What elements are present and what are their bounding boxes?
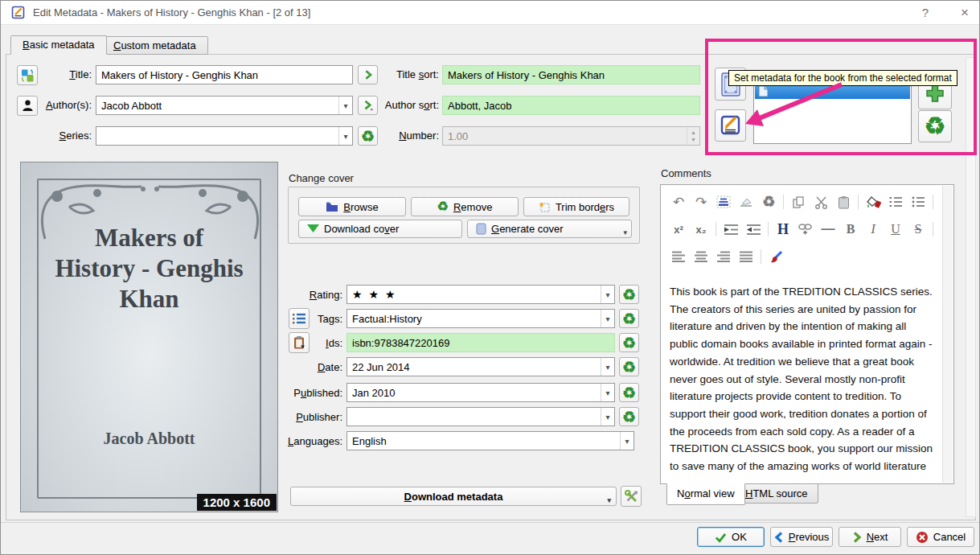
author-sort-input[interactable]: Abbott, Jacob: [442, 96, 700, 115]
select-all-icon[interactable]: [714, 193, 733, 211]
tab-custom-metadata[interactable]: Custom metadata: [101, 36, 208, 55]
tab-basic-metadata[interactable]: Basic metadata: [10, 35, 107, 55]
divider: [1, 522, 980, 523]
metadata-download-config-button[interactable]: [621, 486, 642, 507]
date-clear-button[interactable]: ♻: [619, 357, 639, 376]
published-clear-button[interactable]: ♻: [619, 383, 639, 402]
horizontal-rule-icon[interactable]: —: [818, 220, 838, 238]
close-button[interactable]: ×: [953, 4, 977, 22]
published-combo[interactable]: Jan 2010 ▾: [346, 383, 615, 402]
next-button[interactable]: Next: [839, 527, 901, 547]
download-metadata-button[interactable]: Download metadata ▾: [290, 487, 617, 506]
align-center-icon[interactable]: [691, 248, 711, 265]
published-label: Published:: [274, 387, 342, 399]
bold-icon[interactable]: B: [841, 220, 860, 238]
download-cover-button[interactable]: Download cover: [298, 220, 462, 238]
tags-label: Tags:: [311, 313, 342, 325]
unordered-list-icon[interactable]: [908, 193, 928, 211]
series-label: Series:: [33, 130, 92, 142]
align-justify-icon[interactable]: [736, 248, 756, 265]
title-sort-value: Makers of History - Genghis Khan: [448, 69, 605, 81]
indent-more-icon[interactable]: [721, 220, 740, 238]
rating-clear-button[interactable]: ♻: [619, 285, 639, 304]
redo-icon[interactable]: ↷: [691, 193, 711, 211]
chevron-down-icon: ▾: [338, 127, 352, 145]
title-sort-input[interactable]: Makers of History - Genghis Khan: [442, 65, 700, 84]
publisher-combo[interactable]: ▾: [346, 407, 615, 426]
rating-value: ★ ★ ★: [347, 288, 601, 301]
recycle-icon[interactable]: ♻: [759, 193, 778, 211]
tags-clear-button[interactable]: ♻: [619, 309, 639, 328]
comments-editor: ↶ ↷ ♻: [660, 184, 954, 484]
generated-cover-icon: [476, 223, 486, 235]
ordered-list-icon[interactable]: [886, 193, 905, 211]
italic-icon[interactable]: I: [863, 220, 883, 238]
generate-cover-button[interactable]: Generate cover ▾: [467, 220, 632, 238]
ok-button[interactable]: OK: [697, 527, 765, 547]
chevron-down-icon: ▾: [338, 97, 352, 114]
recycle-icon: ♻: [622, 360, 636, 375]
languages-value: English: [347, 435, 620, 447]
ids-input[interactable]: isbn:9783847220169: [346, 333, 615, 352]
authors-value: Jacob Abbott: [96, 100, 338, 112]
rating-combo[interactable]: ★ ★ ★ ▾: [346, 285, 615, 304]
cover-title: Makers of History - Genghis Khan: [53, 223, 245, 314]
generate-cover-label: Generate cover: [491, 223, 564, 235]
help-button[interactable]: ?: [913, 4, 937, 22]
browse-cover-button[interactable]: Browse: [298, 197, 406, 216]
down-arrow-icon: [307, 224, 319, 233]
next-label: Next: [867, 531, 888, 543]
chevron-down-icon: ▾: [601, 408, 614, 426]
authors-combo[interactable]: Jacob Abbott ▾: [96, 96, 353, 115]
align-right-icon[interactable]: [714, 248, 733, 265]
recycle-icon: ♻: [622, 335, 636, 351]
publisher-clear-button[interactable]: ♻: [619, 407, 639, 426]
remove-cover-button[interactable]: ♻ Remove: [411, 197, 519, 216]
subscript-icon[interactable]: x₂: [691, 220, 711, 238]
ids-label: Ids:: [311, 337, 342, 349]
chevron-down-icon: ▾: [620, 432, 634, 450]
comments-text[interactable]: This book is part of the TREDITION CLASS…: [662, 280, 942, 479]
title-value: Makers of History - Genghis Khan: [101, 69, 258, 81]
trim-borders-button[interactable]: Trim borders: [523, 197, 629, 216]
style-brush-icon[interactable]: [766, 248, 785, 265]
tags-combo[interactable]: Factual:History ▾: [346, 309, 615, 328]
ids-clear-button[interactable]: ♻: [619, 333, 639, 352]
chevron-down-icon: ▾: [601, 358, 614, 376]
recycle-icon: ♻: [437, 200, 449, 213]
cut-icon[interactable]: [811, 193, 830, 211]
tab-html-source[interactable]: HTML source: [735, 483, 818, 504]
align-left-icon[interactable]: [669, 248, 688, 265]
background-color-icon[interactable]: [863, 193, 883, 211]
indent-less-icon[interactable]: [744, 220, 763, 238]
series-clear-button[interactable]: ♻: [358, 126, 378, 146]
title-input[interactable]: Makers of History - Genghis Khan: [96, 65, 353, 84]
series-number-value: 1.00: [443, 130, 687, 142]
superscript-icon[interactable]: x²: [669, 220, 688, 238]
paste-icon[interactable]: [834, 193, 853, 211]
languages-label: Languages:: [274, 435, 342, 447]
heading-icon[interactable]: H: [773, 220, 793, 238]
comments-scrollbar[interactable]: [942, 186, 953, 483]
tab-normal-view[interactable]: Normal view: [666, 483, 745, 505]
previous-button[interactable]: Previous: [770, 527, 833, 547]
chevron-down-icon: ▾: [601, 286, 614, 303]
cover-preview[interactable]: Makers of History - Genghis Khan Jacob A…: [20, 162, 278, 512]
series-number-spinner[interactable]: 1.00 ▲▼: [442, 126, 700, 146]
undo-icon[interactable]: ↶: [669, 193, 688, 211]
date-combo[interactable]: 22 Jun 2014 ▾: [346, 357, 615, 376]
spinner-arrows-icon[interactable]: ▲▼: [687, 127, 699, 145]
number-label: Number:: [383, 130, 439, 142]
authors-label: Author(s):: [25, 99, 92, 111]
copy-icon[interactable]: [789, 193, 808, 211]
strikethrough-icon[interactable]: S: [908, 220, 928, 238]
cancel-button[interactable]: Cancel: [907, 527, 974, 547]
eraser-icon[interactable]: [736, 193, 756, 211]
underline-icon[interactable]: U: [886, 220, 905, 238]
series-combo[interactable]: ▾: [96, 126, 353, 146]
languages-combo[interactable]: English ▾: [346, 431, 634, 450]
paste-identifier-button[interactable]: [289, 332, 310, 353]
menu-arrow-icon: ▾: [607, 496, 611, 504]
tags-editor-button[interactable]: [289, 308, 310, 329]
insert-link-icon[interactable]: [796, 220, 815, 238]
